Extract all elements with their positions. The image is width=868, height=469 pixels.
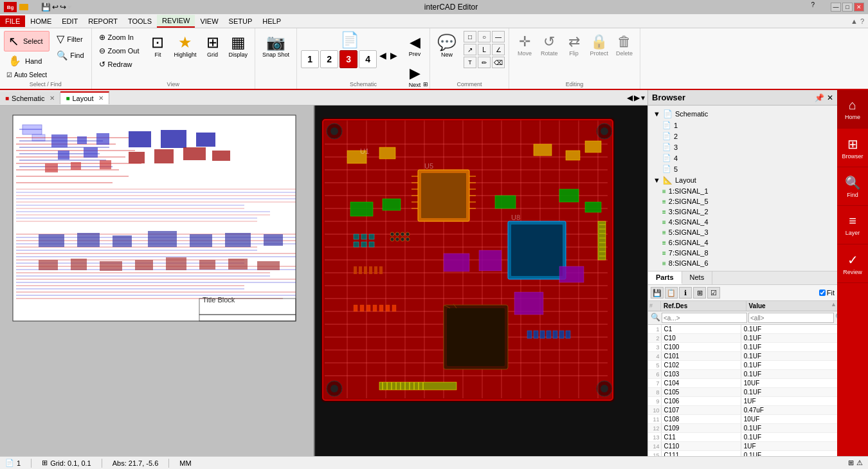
maximize-button[interactable]: □ — [842, 3, 853, 12]
tree-signal-4[interactable]: ≡4:SIGNAL_4 — [660, 217, 835, 227]
comment-text-button[interactable]: T — [464, 57, 476, 68]
browser-pin-icon[interactable]: 📌 — [815, 93, 824, 102]
undo-icon[interactable]: ↩ — [52, 3, 59, 12]
sort-indicator[interactable]: ▲ — [831, 301, 837, 311]
find-button[interactable]: 🔍 Find — [53, 48, 87, 62]
save-icon[interactable]: 💾 — [41, 3, 51, 12]
zoom-out-button[interactable]: ⊖ Zoom Out — [96, 44, 143, 57]
tree-schematic[interactable]: ▼ 📄 Schematic — [651, 108, 835, 120]
hand-button[interactable]: ✋ Hand — [4, 52, 50, 69]
menu-edit[interactable]: EDIT — [57, 15, 83, 27]
move-button[interactable]: ✛ Move — [513, 31, 536, 59]
prev-button[interactable]: ◀ Prev — [404, 31, 426, 60]
new-comment-button[interactable]: 💬 New — [434, 31, 460, 60]
schematic-canvas-area[interactable]: Title Block — [0, 106, 314, 456]
sheet-next-icon[interactable]: ▶ — [389, 50, 399, 68]
value-header[interactable]: Value — [746, 301, 831, 311]
nets-tab[interactable]: Nets — [682, 271, 713, 284]
panel-scroll-left[interactable]: ◀ — [627, 93, 633, 102]
tree-signal-5[interactable]: ≡5:SIGNAL_3 — [660, 227, 835, 237]
filter-button[interactable]: ▽ Filter — [53, 31, 87, 47]
help-icon[interactable]: ? — [809, 1, 817, 8]
comment-angle-button[interactable]: ∠ — [492, 44, 505, 55]
tree-sheet-5[interactable]: 📄5 — [660, 163, 835, 174]
layout-view[interactable]: U1 U5 U8 — [315, 106, 647, 456]
sidebar-find[interactable]: 🔍 Find — [837, 167, 868, 206]
schematic-tab[interactable]: ■ Schematic ✕ — [0, 91, 60, 104]
browser-close-icon[interactable]: ✕ — [827, 93, 833, 102]
comment-circle-button[interactable]: ○ — [478, 31, 491, 42]
parts-table-row[interactable]: 9 C106 1UF — [648, 397, 837, 406]
sidebar-home[interactable]: ⌂ Home — [837, 90, 868, 129]
menu-home[interactable]: HOME — [25, 15, 57, 27]
layout-tab-close[interactable]: ✕ — [98, 95, 104, 102]
layout-tab[interactable]: ■ Layout ✕ — [60, 91, 109, 104]
refdes-search[interactable] — [662, 313, 747, 323]
sheet-prev-icon[interactable]: ◀ — [378, 50, 388, 68]
auto-select-container[interactable]: ☑ Auto Select — [4, 70, 50, 80]
tree-signal-1[interactable]: ≡1:SIGNAL_1 — [660, 186, 835, 196]
parts-table-row[interactable]: 4 C101 0.1UF — [648, 352, 837, 361]
display-button[interactable]: ▦ Display — [226, 31, 251, 60]
tree-sheet-4[interactable]: 📄4 — [660, 152, 835, 163]
tree-layout[interactable]: ▼ 📐 Layout — [651, 174, 835, 186]
menu-tools[interactable]: TOOLS — [123, 15, 157, 27]
close-button[interactable]: ✕ — [854, 3, 864, 12]
rotate-button[interactable]: ↺ Rotate — [538, 31, 561, 59]
schematic-tab-close[interactable]: ✕ — [50, 95, 55, 102]
comment-arrow-button[interactable]: ↗ — [464, 44, 476, 55]
parts-table-row[interactable]: 10 C107 0.47uF — [648, 406, 837, 415]
select-button[interactable]: ↖ Select — [4, 31, 50, 51]
menu-review[interactable]: REVIEW — [157, 15, 195, 28]
fit-button[interactable]: ⊡ Fit — [146, 31, 169, 60]
flip-button[interactable]: ⇄ Flip — [563, 31, 586, 59]
tree-sheet-1[interactable]: 📄1 — [660, 120, 835, 131]
parts-table-row[interactable]: 3 C100 0.1UF — [648, 343, 837, 352]
browser-check-btn[interactable]: ☑ — [707, 287, 720, 299]
menu-view[interactable]: VIEW — [195, 15, 223, 27]
parts-table-row[interactable]: 6 C103 0.1UF — [648, 370, 837, 379]
redraw-button[interactable]: ↺ Redraw — [96, 58, 143, 71]
grid-button[interactable]: ⊞ Grid — [201, 31, 224, 60]
snapshot-button[interactable]: 📷 Snap Shot — [259, 31, 293, 60]
comment-line-button[interactable]: — — [492, 31, 505, 42]
value-search[interactable] — [748, 313, 834, 323]
parts-tab[interactable]: Parts — [648, 271, 682, 284]
menu-report[interactable]: REPORT — [83, 15, 123, 27]
parts-table-row[interactable]: 5 C102 0.1UF — [648, 361, 837, 370]
comment-l-button[interactable]: L — [478, 44, 491, 55]
parts-table-row[interactable]: 8 C105 0.1UF — [648, 388, 837, 397]
parts-table-row[interactable]: 7 C104 10UF — [648, 379, 837, 388]
parts-table-row[interactable]: 15 C111 0.1UF — [648, 451, 837, 457]
parts-table-row[interactable]: 13 C11 0.1UF — [648, 433, 837, 442]
parts-table-row[interactable]: 11 C108 10UF — [648, 415, 837, 424]
help-question-icon[interactable]: ? — [860, 17, 864, 25]
tree-signal-2[interactable]: ≡2:SIGNAL_5 — [660, 196, 835, 207]
sidebar-browser[interactable]: ⊞ Browser — [837, 129, 868, 167]
browser-info-btn[interactable]: ℹ — [679, 287, 692, 299]
sidebar-review[interactable]: ✓ Review — [837, 244, 868, 283]
tree-sheet-3[interactable]: 📄3 — [660, 142, 835, 152]
comment-rect-button[interactable]: □ — [464, 31, 476, 42]
minimize-button[interactable]: — — [831, 3, 841, 12]
browser-grid-btn[interactable]: ⊞ — [693, 287, 706, 299]
sidebar-layer[interactable]: ≡ Layer — [837, 206, 868, 244]
menu-setup[interactable]: SETUP — [224, 15, 258, 27]
zoom-in-button[interactable]: ⊕ Zoom In — [96, 31, 143, 44]
status-display-btn[interactable]: ⊞ — [848, 459, 854, 467]
ribbon-minimize-icon[interactable]: ▲ — [851, 17, 858, 25]
parts-table-row[interactable]: 12 C109 0.1UF — [648, 424, 837, 433]
fit-checkbox[interactable] — [819, 290, 826, 296]
sheet-3-button[interactable]: 3 — [339, 50, 357, 68]
delete-button[interactable]: 🗑 Delete — [613, 31, 636, 59]
tree-sheet-2[interactable]: 📄2 — [660, 131, 835, 142]
sheet-4-button[interactable]: 4 — [359, 50, 377, 68]
comment-pen-button[interactable]: ✏ — [478, 57, 491, 68]
highlight-button[interactable]: ★ Highlight — [170, 31, 199, 60]
parts-table-row[interactable]: 1 C1 0.1UF — [648, 325, 837, 334]
redo-icon[interactable]: ↪ — [60, 3, 66, 12]
menu-help[interactable]: HELP — [257, 15, 286, 27]
tree-signal-7[interactable]: ≡7:SIGNAL_8 — [660, 248, 835, 258]
browser-save-btn[interactable]: 💾 — [651, 287, 664, 299]
tree-signal-6[interactable]: ≡6:SIGNAL_4 — [660, 237, 835, 248]
